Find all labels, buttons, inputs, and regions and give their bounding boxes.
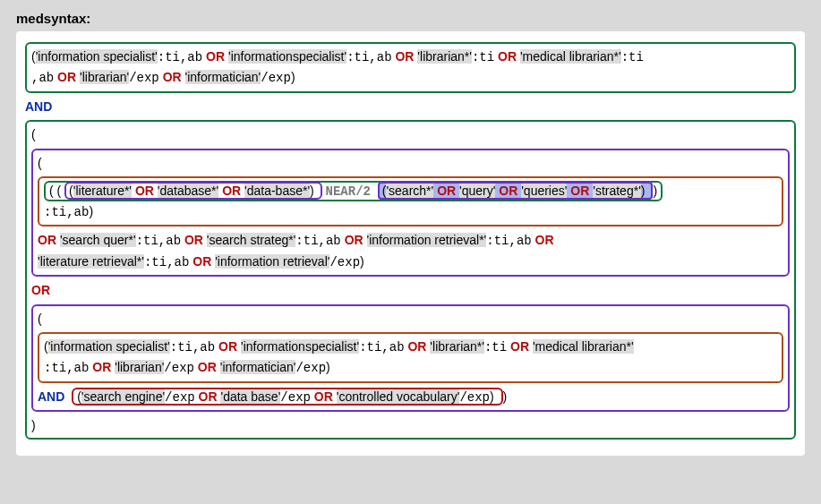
field-exp: /exp [261,71,291,85]
op-or: OR [198,360,217,374]
op-or: OR [92,360,111,374]
op-or: OR [395,49,414,64]
term: 'controlled vocabulary' [337,389,460,404]
field-tiab: :ti,ab [346,50,391,64]
field-ti: :ti [472,50,494,64]
op-and: AND [25,99,52,114]
op-or: OR [510,339,529,354]
term: 'medical librarian*' [533,339,634,354]
term: 'search strateg*' [207,233,296,247]
near-left: ('literature*' OR 'database*' OR 'data-b… [64,182,322,200]
op-or: OR [535,233,554,247]
term: 'database*' [158,184,218,198]
term: 'search*' [386,184,433,198]
group-2b-top: ('information specialist':ti,ab OR 'info… [38,332,783,383]
field-exp: /exp [164,361,194,375]
group-2a-inner: ( ( ('literature*' OR 'database*' OR 'da… [38,176,783,226]
page-title: medsyntax: [0,0,821,31]
op-or: OR [498,49,517,64]
term: 'informationspecialist' [228,49,346,64]
term: 'search quer*' [60,233,136,247]
term: 'medical librarian*' [520,49,621,64]
term: 'information retrieval' [215,254,329,269]
op-or: OR [31,283,50,297]
near-right: ('search*' OR 'query' OR 'queries' OR 's… [378,182,654,200]
field-tiab: :ti,ab [136,234,181,248]
op-or: OR [570,184,589,198]
term: 'librarian*' [430,339,484,354]
term: 'informatician' [185,70,261,84]
term: 'queries' [521,184,567,198]
group-2b-bottom: ('search engine'/exp OR 'data base'/exp … [72,388,502,406]
field-tiab: :ti,ab [170,340,215,355]
op-or: OR [57,70,76,84]
term: 'strateg*' [593,184,641,198]
term: 'literature*' [73,184,132,198]
op-or: OR [218,339,237,354]
syntax-panel: ('information specialist':ti,ab OR 'info… [16,31,805,456]
op-or: OR [184,233,203,247]
op-or: OR [199,389,218,404]
field-ab-cont: ,ab [31,71,54,85]
op-or: OR [163,70,182,84]
op-or: OR [499,184,517,198]
field-tiab: :ti,ab [44,361,89,375]
op-or: OR [345,233,363,247]
group-2a: ( ( ( ('literature*' OR 'database*' OR '… [31,149,790,278]
op-or: OR [135,184,154,198]
field-tiab: :ti,ab [44,205,89,219]
field-exp: /exp [459,390,490,405]
op-or: OR [314,389,333,404]
field-exp: /exp [280,390,311,405]
field-ti: :ti [484,340,507,355]
term: 'literature retrieval*' [38,254,144,269]
group-2b: ( ('information specialist':ti,ab OR 'in… [31,304,790,413]
term: 'librarian*' [417,49,472,64]
op-or: OR [206,49,225,64]
group-1: ('information specialist':ti,ab OR 'info… [25,42,796,93]
field-tiab: :ti,ab [295,234,340,248]
field-exp: /exp [329,255,360,269]
term: 'data base' [220,389,280,404]
field-ti: :ti [621,50,644,64]
term: 'informatician' [220,360,296,374]
group-2-outer: ( ( ( ( ('literature*' OR 'database*' OR… [25,120,796,440]
term: 'librarian' [115,360,164,374]
term: 'query' [459,184,495,198]
field-tiab: :ti,ab [144,255,189,269]
term: 'informationspecialist' [241,339,359,354]
field-exp: /exp [295,361,326,375]
op-near: NEAR/2 [326,184,371,199]
near-wrap: ( ( ('literature*' OR 'database*' OR 'da… [44,181,663,201]
op-or: OR [407,339,426,354]
op-and: AND [38,389,64,404]
term: 'data-base*' [244,184,310,198]
field-tiab: :ti,ab [359,340,404,355]
field-exp: /exp [165,390,195,405]
op-or: OR [222,184,241,198]
term: 'search engine' [81,389,165,404]
op-or: OR [38,233,56,247]
field-tiab: :ti,ab [158,50,202,64]
op-or: OR [437,184,456,198]
field-tiab: :ti,ab [486,234,531,248]
term: 'information specialist' [36,49,158,64]
term: 'information specialist' [48,339,170,354]
term: 'information retrieval*' [367,233,487,247]
term: 'librarian' [80,70,129,84]
op-or: OR [192,254,211,269]
field-exp: /exp [129,71,159,85]
